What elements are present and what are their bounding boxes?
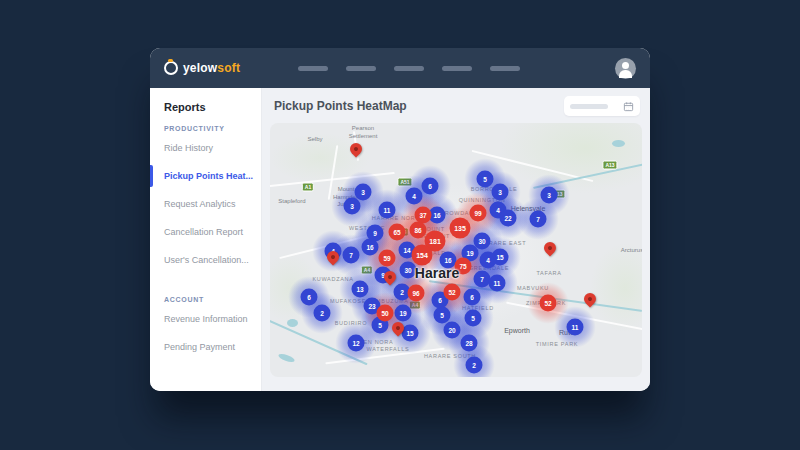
- route-badge: A13: [602, 161, 617, 170]
- map-marker-blue[interactable]: 5: [434, 307, 451, 324]
- brand-name: yelowsoft: [183, 61, 240, 75]
- map-marker-red[interactable]: 59: [379, 250, 396, 267]
- sidebar-item-pending-payment[interactable]: Pending Payment: [164, 333, 247, 361]
- brand-logo[interactable]: yelowsoft: [164, 61, 240, 75]
- map-marker-blue[interactable]: 7: [343, 247, 360, 264]
- app-top-bar: yelowsoft: [150, 48, 650, 88]
- map-marker-blue[interactable]: 5: [477, 171, 494, 188]
- map-label: Harare: [415, 265, 459, 283]
- sidebar-title: Reports: [164, 101, 247, 113]
- nav-menu-placeholder[interactable]: [490, 66, 520, 71]
- map-label: Pearson Settlement: [349, 125, 378, 140]
- map-marker-red[interactable]: 154: [412, 245, 433, 266]
- yelowsoft-logo-icon: [164, 61, 178, 75]
- page-background: yelowsoft Reports PRODUCTIVITY Ride Hist…: [0, 0, 800, 450]
- sidebar-section-account: ACCOUNT: [164, 296, 247, 303]
- map-marker-blue[interactable]: 3: [492, 184, 509, 201]
- map-marker-blue[interactable]: 11: [567, 319, 584, 336]
- map-marker-blue[interactable]: 3: [355, 184, 372, 201]
- date-value-placeholder: [570, 104, 608, 109]
- map-marker-red[interactable]: 135: [450, 218, 471, 239]
- map-marker-red[interactable]: 86: [410, 222, 427, 239]
- map-marker-red[interactable]: 99: [470, 205, 487, 222]
- map-canvas[interactable]: Pearson SettlementSelbyStaplefordMount H…: [270, 123, 642, 377]
- map-marker-blue[interactable]: 6: [464, 289, 481, 306]
- map-marker-blue[interactable]: 11: [379, 202, 396, 219]
- main-panel: Pickup Points HeatMap: [262, 88, 650, 391]
- page-title: Pickup Points HeatMap: [274, 99, 407, 113]
- user-avatar-icon[interactable]: [615, 58, 636, 79]
- map-marker-blue[interactable]: 3: [344, 198, 361, 215]
- map-marker-blue[interactable]: 13: [352, 281, 369, 298]
- map-marker-blue[interactable]: 7: [530, 211, 547, 228]
- map-label: Selby: [307, 136, 322, 144]
- map-marker-blue[interactable]: 5: [465, 310, 482, 327]
- map-pin-icon[interactable]: [542, 240, 559, 257]
- map-marker-blue[interactable]: 2: [466, 357, 483, 374]
- map-marker-blue[interactable]: 28: [461, 335, 478, 352]
- map-marker-blue[interactable]: 2: [314, 305, 331, 322]
- map-marker-blue[interactable]: 6: [422, 178, 439, 195]
- map-marker-blue[interactable]: 11: [489, 275, 506, 292]
- browser-window: yelowsoft Reports PRODUCTIVITY Ride Hist…: [150, 48, 650, 391]
- map-marker-blue[interactable]: 6: [301, 289, 318, 306]
- sidebar-section-productivity: PRODUCTIVITY: [164, 125, 247, 132]
- map-pin-icon[interactable]: [582, 291, 599, 308]
- map-marker-red[interactable]: 96: [408, 285, 425, 302]
- map-marker-blue[interactable]: 19: [395, 305, 412, 322]
- map-marker-blue[interactable]: 12: [348, 335, 365, 352]
- nav-menu-placeholder[interactable]: [442, 66, 472, 71]
- map-marker-blue[interactable]: 4: [480, 252, 497, 269]
- sidebar-item-users-cancellation[interactable]: User's Cancellation...: [164, 246, 247, 274]
- map-marker-red[interactable]: 52: [540, 295, 557, 312]
- reports-sidebar: Reports PRODUCTIVITY Ride History Pickup…: [150, 88, 262, 391]
- sidebar-item-revenue-information[interactable]: Revenue Information: [164, 305, 247, 333]
- map-pin-icon[interactable]: [348, 141, 365, 158]
- nav-menu-placeholder[interactable]: [394, 66, 424, 71]
- map-marker-blue[interactable]: 4: [406, 188, 423, 205]
- map-marker-blue[interactable]: 3: [541, 187, 558, 204]
- sidebar-item-request-analytics[interactable]: Request Analytics: [164, 190, 247, 218]
- date-range-picker[interactable]: [564, 96, 640, 116]
- nav-menu-placeholder[interactable]: [346, 66, 376, 71]
- nav-menu-placeholder[interactable]: [298, 66, 328, 71]
- map-marker-blue[interactable]: 20: [444, 322, 461, 339]
- map-marker-blue[interactable]: 9: [367, 225, 384, 242]
- map-label: TAFARA: [536, 270, 561, 277]
- route-badge: A1: [302, 183, 314, 192]
- map-label: Epworth: [504, 327, 530, 336]
- map-label: Stapleford: [278, 198, 305, 206]
- map-marker-blue[interactable]: 22: [500, 210, 517, 227]
- sidebar-item-cancellation-report[interactable]: Cancellation Report: [164, 218, 247, 246]
- map-marker-red[interactable]: 52: [444, 284, 461, 301]
- map-label: Arcturus: [621, 247, 642, 255]
- map-marker-red[interactable]: 50: [377, 305, 394, 322]
- sidebar-item-pickup-points-heatmap[interactable]: Pickup Points Heat...: [164, 162, 247, 190]
- top-nav-placeholders: [298, 66, 520, 71]
- sidebar-item-ride-history[interactable]: Ride History: [164, 134, 247, 162]
- map-marker-red[interactable]: 65: [389, 224, 406, 241]
- calendar-icon: [623, 101, 634, 112]
